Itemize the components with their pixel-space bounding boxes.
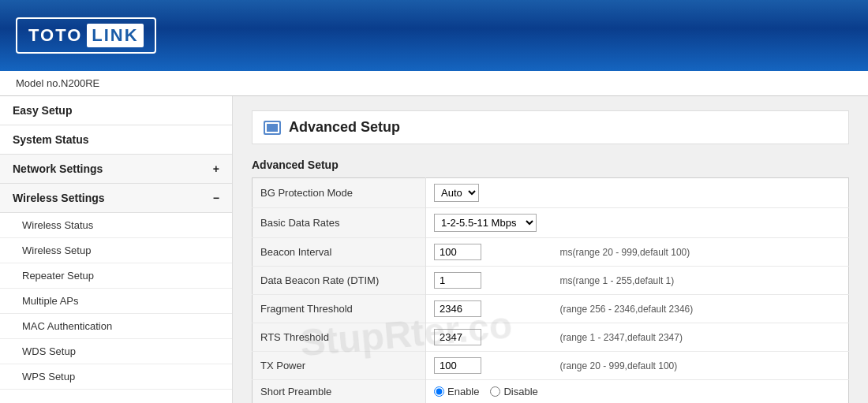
field-value [426, 267, 552, 295]
table-row: Short Preamble Enable Disable [253, 380, 849, 404]
field-value: Enable Disable [426, 380, 849, 404]
short-preamble-disable-label[interactable]: Disable [490, 386, 537, 397]
header: TOTO LINK [0, 0, 868, 71]
rts-threshold-input[interactable] [434, 329, 481, 345]
beacon-interval-input[interactable] [434, 244, 481, 260]
table-row: RTS Threshold (range 1 - 2347,default 23… [253, 323, 849, 352]
basic-data-rates-select[interactable]: 1-2-5.5-11 Mbps 1-2 Mbps All [434, 214, 537, 232]
field-label: Beacon Interval [253, 238, 426, 267]
sidebar: Easy Setup System Status Network Setting… [0, 96, 233, 403]
sidebar-item-system-status[interactable]: System Status [0, 125, 232, 155]
expand-icon: + [213, 162, 219, 175]
sidebar-item-label: Easy Setup [13, 104, 72, 117]
short-preamble-enable-label[interactable]: Enable [434, 386, 479, 397]
sidebar-item-mac-authentication[interactable]: MAC Authentication [0, 314, 232, 339]
content-area: Advanced Setup Advanced Setup BG Protect… [233, 96, 868, 403]
short-preamble-disable-radio[interactable] [490, 386, 500, 397]
table-row: Fragment Threshold (range 256 - 2346,def… [253, 295, 849, 323]
logo-link: LINK [87, 24, 143, 47]
sidebar-sub-item-label: Multiple APs [22, 295, 79, 307]
sidebar-item-label: Network Settings [13, 162, 103, 175]
field-label: Data Beacon Rate (DTIM) [253, 267, 426, 295]
sidebar-item-label: Wireless Settings [13, 192, 105, 204]
model-bar: Model no.N200RE [0, 71, 868, 96]
short-preamble-enable-radio[interactable] [434, 386, 444, 397]
sidebar-item-label: System Status [13, 133, 88, 146]
sidebar-item-wds-setup[interactable]: WDS Setup [0, 339, 232, 364]
page-title-icon [264, 121, 281, 135]
field-label: Short Preamble [253, 380, 426, 404]
sidebar-sub-item-label: Wireless Setup [22, 244, 91, 256]
tx-power-input[interactable] [434, 357, 481, 374]
page-title-bar: Advanced Setup [252, 110, 849, 144]
sidebar-item-multiple-aps[interactable]: Multiple APs [0, 289, 232, 314]
field-label: Basic Data Rates [253, 208, 426, 238]
model-number: Model no.N200RE [16, 77, 99, 89]
section-title: Advanced Setup [252, 159, 849, 171]
field-note: (range 1 - 2347,default 2347) [552, 323, 849, 352]
field-label: Fragment Threshold [253, 295, 426, 323]
radio-label-text: Enable [447, 386, 479, 397]
sidebar-item-wireless-setup[interactable]: Wireless Setup [0, 238, 232, 263]
field-value [426, 238, 552, 267]
sidebar-item-easy-setup[interactable]: Easy Setup [0, 96, 232, 125]
field-value [426, 352, 552, 380]
field-value: Auto On Off [426, 178, 552, 208]
main-layout: Easy Setup System Status Network Setting… [0, 96, 868, 403]
field-note: ms(range 1 - 255,default 1) [552, 267, 849, 295]
radio-label-text: Disable [503, 386, 537, 397]
field-value [426, 323, 552, 352]
field-note [552, 178, 849, 208]
bg-protection-mode-select[interactable]: Auto On Off [434, 184, 479, 202]
collapse-icon: − [213, 192, 219, 204]
sidebar-item-wireless-status[interactable]: Wireless Status [0, 213, 232, 238]
field-note: ms(range 20 - 999,default 100) [552, 238, 849, 267]
field-note: (range 256 - 2346,default 2346) [552, 295, 849, 323]
logo: TOTO LINK [16, 17, 156, 54]
sidebar-sub-item-label: WDS Setup [22, 345, 76, 357]
table-row: TX Power (range 20 - 999,default 100) [253, 352, 849, 380]
table-row: Beacon Interval ms(range 20 - 999,defaul… [253, 238, 849, 267]
field-label: TX Power [253, 352, 426, 380]
field-note [552, 208, 849, 238]
table-row: BG Protection Mode Auto On Off [253, 178, 849, 208]
sidebar-sub-item-label: MAC Authentication [22, 320, 112, 332]
sidebar-sub-item-label: Repeater Setup [22, 270, 94, 282]
fragment-threshold-input[interactable] [434, 300, 481, 317]
logo-toto: TOTO [28, 25, 82, 46]
field-value: 1-2-5.5-11 Mbps 1-2 Mbps All [426, 208, 552, 238]
sidebar-item-wps-setup[interactable]: WPS Setup [0, 364, 232, 390]
field-note: (range 20 - 999,default 100) [552, 352, 849, 380]
advanced-setup-form: BG Protection Mode Auto On Off Basic Dat… [252, 177, 849, 403]
field-label: RTS Threshold [253, 323, 426, 352]
field-label: BG Protection Mode [253, 178, 426, 208]
field-value [426, 295, 552, 323]
data-beacon-rate-input[interactable] [434, 272, 481, 289]
sidebar-sub-item-label: Wireless Status [22, 219, 93, 231]
table-row: Basic Data Rates 1-2-5.5-11 Mbps 1-2 Mbp… [253, 208, 849, 238]
page-title: Advanced Setup [289, 119, 400, 136]
table-row: Data Beacon Rate (DTIM) ms(range 1 - 255… [253, 267, 849, 295]
sidebar-item-network-settings[interactable]: Network Settings + [0, 155, 232, 184]
sidebar-item-repeater-setup[interactable]: Repeater Setup [0, 263, 232, 289]
sidebar-item-wireless-settings[interactable]: Wireless Settings − [0, 184, 232, 213]
sidebar-sub-item-label: WPS Setup [22, 371, 75, 382]
